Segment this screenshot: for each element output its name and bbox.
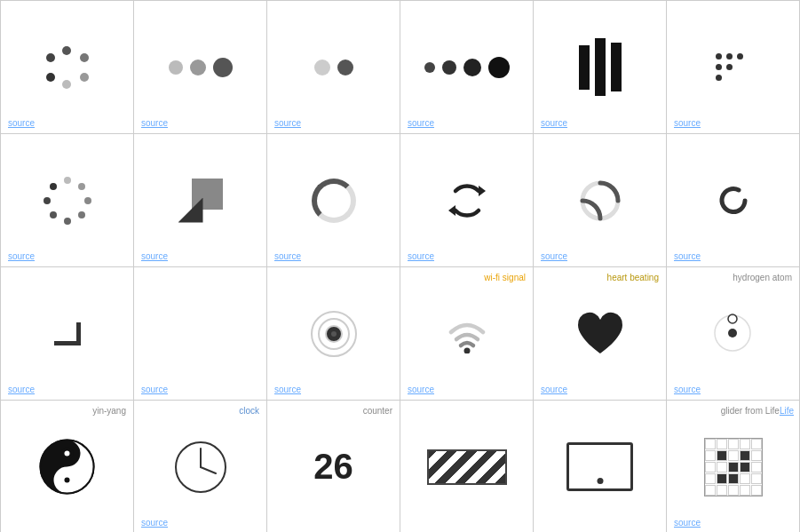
source-link-r3c6[interactable]: source [674,385,701,394]
cell-r4c4 [400,401,534,532]
source-link-r3c2[interactable]: source [141,385,168,394]
source-link-r3c4[interactable]: source [408,385,434,394]
cell-r4c2: clock source [134,401,267,532]
source-link-r2c3[interactable]: source [274,251,301,261]
refresh-icon [409,143,524,258]
source-link-r1c6[interactable]: source [674,118,701,128]
source-link-r3c5[interactable]: source [541,385,567,394]
source-link-r1c3[interactable]: source [274,118,301,128]
bars-dotted-icon [676,10,790,124]
partial-ring-icon [543,143,657,258]
three-dots-icon [143,10,257,124]
source-link-r2c2[interactable]: source [141,251,168,261]
source-link-r3c1[interactable]: source [8,385,35,394]
counter-label: counter [363,406,392,416]
svg-marker-0 [479,186,486,196]
counter-icon: 26 [276,409,391,524]
cell-r2c2: source [134,134,267,267]
corner-bracket-icon [10,276,124,391]
source-link-r2c4[interactable]: source [408,251,434,261]
clock-icon [143,409,257,524]
moon-icon [143,276,257,391]
cell-r3c5: heart beating source [534,267,667,401]
source-link-r1c5[interactable]: source [541,118,567,128]
square-arrow-icon [143,143,257,258]
arc-spinner-icon [276,143,391,258]
yinyang-label: yin-yang [92,406,126,416]
heart-icon [543,276,657,391]
c-spinner-icon [676,143,790,258]
cell-r4c3: counter 26 [267,401,400,532]
glider-label: glider from LifeLife [721,406,794,416]
stripes-icon [409,409,524,524]
source-link-r2c6[interactable]: source [674,251,701,261]
glider-icon [676,409,790,524]
counter-value: 26 [313,447,353,487]
target-icon [276,276,391,391]
source-link-r1c4[interactable]: source [408,118,434,128]
source-link-r4c6[interactable]: source [674,518,701,528]
monitor-icon [543,409,657,524]
cell-r1c2: source [134,1,267,134]
source-link-r2c1[interactable]: source [8,251,35,261]
atom-icon [676,276,790,391]
four-dots-icon [409,10,524,124]
source-link-r1c2[interactable]: source [141,118,168,128]
cell-r3c2: source [134,267,267,401]
wifi-label: wi-fi signal [484,273,526,282]
source-link-r3c3[interactable]: source [274,385,301,394]
cell-r2c4: source [400,134,534,267]
ring-dots-icon [10,143,124,258]
source-link-r2c5[interactable]: source [541,251,567,261]
two-dots-icon [276,10,391,124]
cell-r3c4: wi-fi signal source [400,267,534,401]
heart-label: heart beating [607,273,659,282]
cell-r1c4: source [400,1,534,134]
cell-r1c5: source [534,1,667,134]
source-link-r4c2[interactable]: source [141,518,168,528]
cell-r2c6: source [667,134,800,267]
source-link-r1c1[interactable]: source [8,118,35,128]
svg-marker-1 [448,205,455,216]
cell-r2c1: source [1,134,134,267]
cell-r2c5: source [534,134,667,267]
wifi-icon [409,276,524,391]
cell-r4c6: glider from LifeLife source [667,401,800,532]
svg-point-10 [65,451,70,457]
cell-r4c1: yin-yang [1,401,134,532]
cell-r2c3: source [267,134,400,267]
cell-r1c1: source [1,1,134,134]
svg-point-11 [65,478,70,483]
cell-r1c3: source [267,1,400,134]
orbit-dots-icon [10,10,124,124]
clock-label: clock [239,406,259,416]
yinyang-icon [10,409,124,524]
icon-grid: source source source [0,0,800,532]
svg-point-3 [463,347,470,353]
cell-r3c1: source [1,267,134,401]
cell-r3c3: source [267,267,400,401]
bars-tall-icon [543,10,657,124]
cell-r4c5 [534,401,667,532]
atom-label: hydrogen atom [733,273,792,282]
svg-point-6 [728,329,737,337]
cell-r3c6: hydrogen atom source [667,267,800,401]
cell-r1c6: source [667,1,800,134]
